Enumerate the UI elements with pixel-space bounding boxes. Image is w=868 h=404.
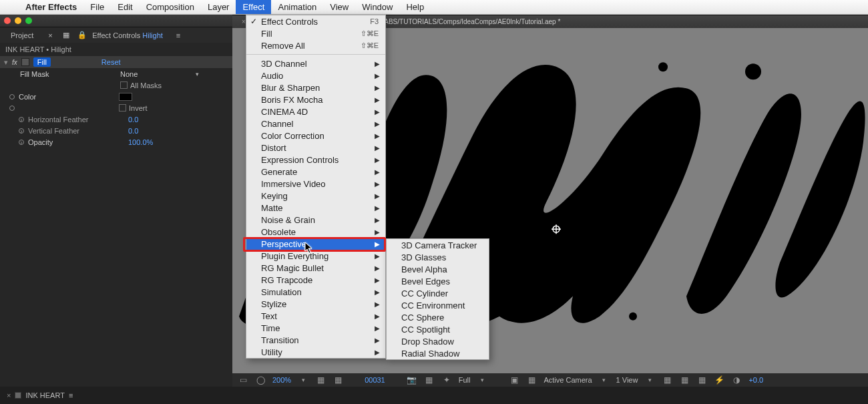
menu-item-channel[interactable]: Channel▶ [246, 118, 385, 130]
resolution-value[interactable]: Full [459, 376, 471, 384]
checkbox-icon[interactable] [119, 104, 126, 112]
link-icon[interactable]: ▦ [57, 29, 68, 41]
menu-item-time[interactable]: Time▶ [246, 322, 385, 334]
menu-item-transition[interactable]: Transition▶ [246, 334, 385, 346]
prop-color[interactable]: Color [0, 91, 232, 102]
menu-view[interactable]: View [323, 0, 355, 14]
menu-item-matte[interactable]: Matte▶ [246, 202, 385, 214]
menu-item-audio[interactable]: Audio▶ [246, 69, 385, 81]
menu-window[interactable]: Window [355, 0, 399, 14]
menu-item-rg-magic-bullet[interactable]: RG Magic Bullet▶ [246, 262, 385, 274]
effect-name[interactable]: Fill [33, 57, 51, 67]
prop-vertical-feather[interactable]: › Vertical Feather 0.0 [0, 125, 232, 136]
grid-icon[interactable]: ▦ [333, 375, 343, 385]
panel-menu-icon[interactable]: ≡ [69, 391, 73, 399]
stopwatch-icon[interactable] [9, 106, 15, 111]
lock-icon[interactable]: 🔒 [72, 29, 83, 41]
menu-item-boris-fx-mocha[interactable]: Boris FX Mocha▶ [246, 93, 385, 106]
menu-item-keying[interactable]: Keying▶ [246, 190, 385, 202]
menu-item[interactable]: Fill⇧⌘E [246, 27, 385, 39]
exposure-value[interactable]: +0.0 [748, 376, 763, 384]
color-swatch[interactable] [119, 93, 132, 101]
magnify-icon[interactable]: ◯ [255, 375, 266, 385]
menu-animation[interactable]: Animation [271, 0, 323, 14]
menu-item-simulation[interactable]: Simulation▶ [246, 286, 385, 298]
submenu-item-cc-sphere[interactable]: CC Sphere [387, 311, 489, 323]
submenu-item-cc-environment[interactable]: CC Environment [387, 299, 489, 311]
zoom-value[interactable]: 200% [272, 376, 291, 384]
region-icon[interactable]: ▣ [509, 375, 519, 385]
menu-file[interactable]: File [83, 0, 111, 14]
menu-edit[interactable]: Edit [111, 0, 139, 14]
menu-item-expression-controls[interactable]: Expression Controls▶ [246, 154, 385, 166]
tab-project[interactable]: Project [5, 29, 39, 41]
adjust-icon[interactable]: ▦ [696, 375, 707, 385]
prop-horizontal-feather[interactable]: › Horizontal Feather 0.0 [0, 114, 232, 125]
menu-item-noise-grain[interactable]: Noise & Grain▶ [246, 214, 385, 226]
menu-item[interactable]: ✓Effect ControlsF3 [246, 15, 385, 27]
tab-close-icon[interactable]: × [43, 29, 53, 41]
color-icon[interactable]: ✦ [441, 375, 452, 385]
menu-item-rg-trapcode[interactable]: RG Trapcode▶ [246, 274, 385, 286]
stopwatch-icon[interactable] [9, 94, 15, 99]
menu-item-cinema-4d[interactable]: CINEMA 4D▶ [246, 106, 385, 118]
effect-header[interactable]: ▾ fx Fill Reset [0, 56, 232, 68]
menu-item-color-correction[interactable]: Color Correction▶ [246, 130, 385, 142]
menu-item-immersive-video[interactable]: Immersive Video▶ [246, 178, 385, 190]
stopwatch-icon[interactable] [19, 140, 24, 145]
stopwatch-icon[interactable] [19, 117, 24, 122]
camera-value[interactable]: Active Camera [544, 376, 592, 384]
exposure-icon[interactable]: ◑ [731, 375, 742, 385]
prop-fill-mask[interactable]: Fill Mask None ▾ [0, 68, 232, 79]
submenu-item-drop-shadow[interactable]: Drop Shadow [387, 335, 489, 347]
resolution-icon[interactable]: ▦ [315, 375, 326, 385]
menu-layer[interactable]: Layer [201, 0, 236, 14]
menu-item[interactable]: Remove All⇧⌘E [246, 39, 385, 51]
chevron-down-icon[interactable]: ▾ [477, 375, 487, 385]
camera-icon[interactable]: 📷 [407, 375, 417, 385]
perspective-submenu[interactable]: 3D Camera Tracker3D GlassesBevel AlphaBe… [386, 238, 489, 360]
window-zoom-icon[interactable] [25, 17, 32, 24]
submenu-item-3d-camera-tracker[interactable]: 3D Camera Tracker [387, 239, 489, 251]
menu-item-blur-sharpen[interactable]: Blur & Sharpen▶ [246, 81, 385, 93]
submenu-item-3d-glasses[interactable]: 3D Glasses [387, 251, 489, 263]
submenu-item-radial-shadow[interactable]: Radial Shadow [387, 347, 489, 359]
menu-item-text[interactable]: Text▶ [246, 310, 385, 322]
submenu-item-bevel-alpha[interactable]: Bevel Alpha [387, 263, 489, 275]
share-icon[interactable]: ▦ [662, 375, 672, 385]
prop-invert[interactable]: Invert [0, 102, 232, 114]
chevron-down-icon[interactable]: ▾ [599, 375, 610, 385]
menu-item-generate[interactable]: Generate▶ [246, 166, 385, 178]
transparency-icon[interactable]: ▦ [526, 375, 537, 385]
views-value[interactable]: 1 View [616, 376, 638, 384]
effect-reset[interactable]: Reset [101, 58, 121, 66]
prop-opacity[interactable]: › Opacity 100.0% [0, 136, 232, 148]
menu-item-obsolete[interactable]: Obsolete▶ [246, 226, 385, 238]
tab-effect-controls[interactable]: Effect Controls Hilight [87, 29, 168, 41]
menu-item-3d-channel[interactable]: 3D Channel▶ [246, 57, 385, 69]
effect-dropdown[interactable]: ✓Effect ControlsF3Fill⇧⌘ERemove All⇧⌘E3D… [246, 15, 386, 359]
prop-all-masks[interactable]: All Masks [0, 79, 232, 91]
panel-menu-icon[interactable]: ≡ [176, 31, 180, 39]
tab-close-icon[interactable]: × [7, 391, 11, 399]
checkbox-icon[interactable] [120, 81, 128, 89]
submenu-item-cc-cylinder[interactable]: CC Cylinder [387, 287, 489, 299]
submenu-item-bevel-edges[interactable]: Bevel Edges [387, 275, 489, 287]
menu-item-plugin-everything[interactable]: Plugin Everything▶ [246, 250, 385, 262]
comp-tab[interactable]: INK HEART [25, 391, 64, 399]
window-minimize-icon[interactable] [15, 17, 21, 24]
menu-item-perspective[interactable]: Perspective▶ [246, 238, 385, 250]
frame-value[interactable]: 00031 [365, 376, 385, 384]
stopwatch-icon[interactable] [19, 128, 24, 134]
window-close-icon[interactable] [4, 17, 11, 24]
chevron-down-icon[interactable]: ▾ [298, 375, 308, 385]
menu-effect[interactable]: Effect [236, 0, 271, 14]
monitor-icon[interactable]: ▭ [238, 375, 248, 385]
snapshot-icon[interactable]: ▦ [424, 375, 435, 385]
effect-visibility-icon[interactable] [21, 58, 29, 66]
pixel-icon[interactable]: ▦ [679, 375, 690, 385]
menu-item-utility[interactable]: Utility▶ [246, 346, 385, 358]
fx-badge-icon[interactable]: fx [12, 59, 17, 66]
menu-composition[interactable]: Composition [140, 0, 201, 14]
menu-item-stylize[interactable]: Stylize▶ [246, 298, 385, 310]
